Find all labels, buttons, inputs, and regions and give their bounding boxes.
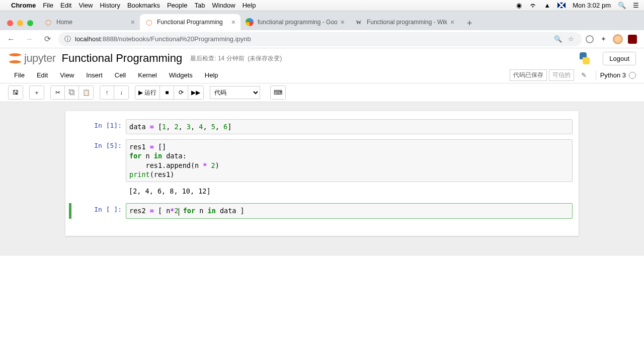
arrow-down-icon: ↓ bbox=[120, 89, 123, 96]
menu-history[interactable]: History bbox=[100, 2, 120, 9]
jupyter-logo-icon bbox=[8, 51, 22, 65]
restart-run-all-button[interactable]: ▶▶ bbox=[188, 86, 203, 99]
tab-home[interactable]: ◯ Home × bbox=[39, 14, 140, 30]
jup-menu-file[interactable]: File bbox=[8, 69, 31, 81]
extensions-icon[interactable]: ✦ bbox=[599, 35, 608, 44]
tab-google[interactable]: functional programming - Goo × bbox=[240, 14, 350, 30]
cell-type-select[interactable]: 代码 bbox=[210, 86, 260, 99]
restart-button[interactable]: ⟳ bbox=[174, 86, 188, 99]
move-up-button[interactable]: ↑ bbox=[100, 86, 114, 99]
minimize-window-button[interactable] bbox=[17, 20, 23, 26]
add-cell-button[interactable]: ＋ bbox=[30, 86, 44, 99]
notebook-container: In [1]: data = [1, 2, 3, 4, 5, 6] In [5]… bbox=[0, 102, 644, 256]
close-tab-icon[interactable]: × bbox=[450, 18, 454, 26]
stop-button[interactable]: ■ bbox=[160, 86, 174, 99]
close-window-button[interactable] bbox=[7, 20, 13, 26]
jup-menu-edit[interactable]: Edit bbox=[31, 69, 54, 81]
jup-menu-view[interactable]: View bbox=[54, 69, 80, 81]
tab-wikipedia[interactable]: W Functional programming - Wik × bbox=[350, 14, 459, 30]
fast-forward-icon: ▶▶ bbox=[191, 89, 200, 96]
code-cell-selected[interactable]: In [ ]: res2 = [ n*2 for n in data ] bbox=[69, 203, 573, 218]
input-prompt: In [ ]: bbox=[71, 203, 126, 218]
ublock-icon[interactable] bbox=[628, 35, 637, 44]
code-input[interactable]: data = [1, 2, 3, 4, 5, 6] bbox=[126, 119, 573, 134]
save-icon: 🖫 bbox=[13, 89, 19, 96]
menu-people[interactable]: People bbox=[167, 2, 187, 9]
flag-icon[interactable] bbox=[557, 3, 566, 8]
screencast-icon[interactable]: ◉ bbox=[516, 2, 522, 9]
code-input[interactable]: res2 = [ n*2 for n in data ] bbox=[126, 203, 573, 218]
restart-icon: ⟳ bbox=[179, 89, 184, 96]
menu-extras-icon[interactable]: ☰ bbox=[633, 2, 639, 9]
notebook-title[interactable]: Functional Programming bbox=[62, 52, 183, 65]
close-tab-icon[interactable]: × bbox=[341, 18, 345, 26]
run-button[interactable]: ▶ 运行 bbox=[135, 86, 160, 99]
jup-menu-widgets[interactable]: Widgets bbox=[163, 69, 199, 81]
trusted-status[interactable]: 可信的 bbox=[549, 69, 574, 81]
wifi-icon[interactable] bbox=[529, 3, 537, 9]
clock[interactable]: Mon 3:02 pm bbox=[573, 2, 611, 9]
tab-title: Home bbox=[56, 19, 128, 26]
close-tab-icon[interactable]: × bbox=[231, 18, 235, 26]
paste-button[interactable]: 📋 bbox=[79, 86, 93, 99]
google-favicon bbox=[246, 18, 254, 26]
jupyter-logo[interactable]: jupyter bbox=[8, 51, 56, 65]
move-down-button[interactable]: ↓ bbox=[114, 86, 128, 99]
spotlight-icon[interactable]: 🔍 bbox=[618, 2, 626, 9]
tab-notebook[interactable]: ◯ Functional Programming × bbox=[140, 14, 240, 30]
menu-window[interactable]: Window bbox=[212, 2, 235, 9]
jup-menu-cell[interactable]: Cell bbox=[109, 69, 132, 81]
copy-button[interactable]: ⿻ bbox=[65, 86, 79, 99]
new-tab-button[interactable]: + bbox=[462, 16, 476, 30]
divider bbox=[596, 70, 596, 80]
kernel-name[interactable]: Python 3 bbox=[600, 71, 629, 79]
jupyter-page: jupyter Functional Programming 最后检查: 14 … bbox=[0, 48, 644, 256]
cut-icon: ✂ bbox=[55, 89, 60, 96]
tab-title: Functional programming - Wik bbox=[367, 19, 447, 26]
zoom-icon[interactable]: 🔍 bbox=[553, 35, 562, 44]
site-info-icon[interactable]: ⓘ bbox=[64, 35, 71, 44]
run-icon: ▶ bbox=[138, 89, 143, 96]
menu-view[interactable]: View bbox=[78, 2, 93, 9]
python-logo-icon bbox=[578, 51, 592, 65]
output-area: [2, 4, 6, 8, 10, 12] bbox=[126, 184, 573, 198]
back-button[interactable]: ← bbox=[4, 32, 18, 46]
forward-button[interactable]: → bbox=[22, 32, 36, 46]
menu-file[interactable]: File bbox=[43, 2, 53, 9]
jup-menu-kernel[interactable]: Kernel bbox=[132, 69, 163, 81]
save-status: 代码已保存 bbox=[510, 69, 547, 81]
code-cell[interactable]: In [1]: data = [1, 2, 3, 4, 5, 6] bbox=[71, 119, 573, 134]
kernel-indicator-icon[interactable] bbox=[629, 72, 636, 79]
url-text: localhost:8888/notebooks/Functional%20Pr… bbox=[75, 35, 251, 43]
bookmark-icon[interactable]: ☆ bbox=[567, 35, 576, 44]
code-text: data = [1, 2, 3, 4, 5, 6] bbox=[129, 122, 569, 131]
app-name[interactable]: Chrome bbox=[11, 2, 36, 9]
save-button[interactable]: 🖫 bbox=[9, 86, 23, 99]
menu-edit[interactable]: Edit bbox=[60, 2, 71, 9]
logout-button[interactable]: Logout bbox=[603, 52, 636, 65]
dropbox-icon[interactable]: ▲ bbox=[544, 2, 550, 9]
tab-title: functional programming - Goo bbox=[258, 19, 338, 26]
code-cell[interactable]: In [5]: res1 = [] for n in data: res1.ap… bbox=[71, 139, 573, 182]
zoom-window-button[interactable] bbox=[27, 20, 33, 26]
jup-menu-insert[interactable]: Insert bbox=[80, 69, 109, 81]
cut-button[interactable]: ✂ bbox=[51, 86, 65, 99]
edit-metadata-icon[interactable]: ✎ bbox=[576, 71, 592, 79]
menu-help[interactable]: Help bbox=[243, 2, 256, 9]
profile-avatar[interactable] bbox=[613, 34, 623, 44]
address-bar[interactable]: ⓘ localhost:8888/notebooks/Functional%20… bbox=[58, 32, 582, 46]
extension-circle-icon[interactable] bbox=[586, 35, 594, 43]
menu-tab[interactable]: Tab bbox=[194, 2, 205, 9]
chrome-window: ◯ Home × ◯ Functional Programming × func… bbox=[0, 11, 644, 362]
jup-menu-help[interactable]: Help bbox=[199, 69, 224, 81]
command-palette-button[interactable]: ⌨ bbox=[271, 86, 285, 99]
reload-button[interactable]: ⟳ bbox=[40, 32, 54, 46]
menu-bookmarks[interactable]: Bookmarks bbox=[127, 2, 160, 9]
close-tab-icon[interactable]: × bbox=[131, 18, 135, 26]
code-text: res2 = [ n*2 for n in data ] bbox=[129, 206, 569, 215]
code-input[interactable]: res1 = [] for n in data: res1.append(n *… bbox=[126, 139, 573, 182]
wikipedia-favicon: W bbox=[355, 18, 363, 26]
tab-strip: ◯ Home × ◯ Functional Programming × func… bbox=[0, 11, 644, 30]
copy-icon: ⿻ bbox=[69, 89, 75, 96]
keyboard-icon: ⌨ bbox=[274, 89, 282, 96]
